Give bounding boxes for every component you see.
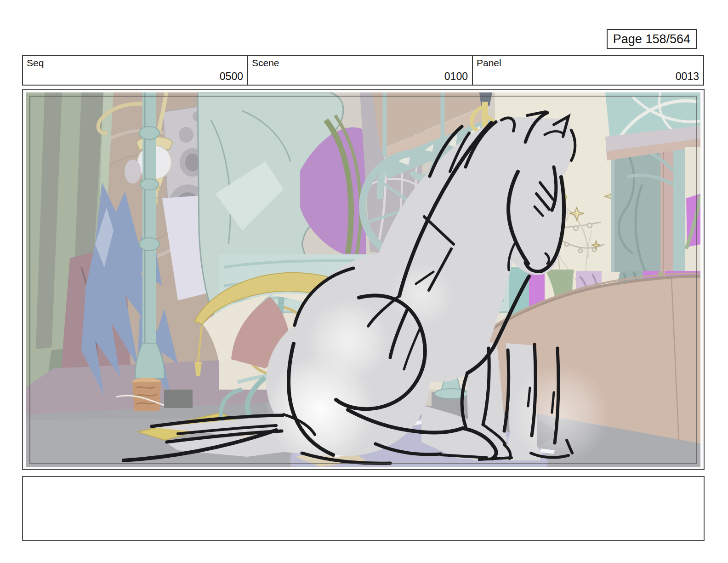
panel-value: 0013 xyxy=(676,70,699,83)
storyboard-page: Page 158/564 Seq 0500 Scene 0100 Panel 0… xyxy=(0,0,728,563)
shot-info-table: Seq 0500 Scene 0100 Panel 0013 xyxy=(22,55,704,86)
seq-label: Seq xyxy=(27,57,44,69)
notes-box xyxy=(22,476,705,541)
storyboard-panel xyxy=(22,89,705,470)
page-number-label: Page 158/564 xyxy=(613,32,690,46)
panel-cell: Panel 0013 xyxy=(472,56,703,85)
panel-label: Panel xyxy=(477,57,501,69)
page-number-box: Page 158/564 xyxy=(607,29,697,49)
storyboard-artwork xyxy=(26,92,700,467)
scene-value: 0100 xyxy=(444,70,468,83)
seq-value: 0500 xyxy=(220,70,243,83)
storyboard-drawing xyxy=(26,92,700,467)
scene-label: Scene xyxy=(252,57,279,69)
scene-cell: Scene 0100 xyxy=(247,56,472,85)
seq-cell: Seq 0500 xyxy=(23,56,247,85)
